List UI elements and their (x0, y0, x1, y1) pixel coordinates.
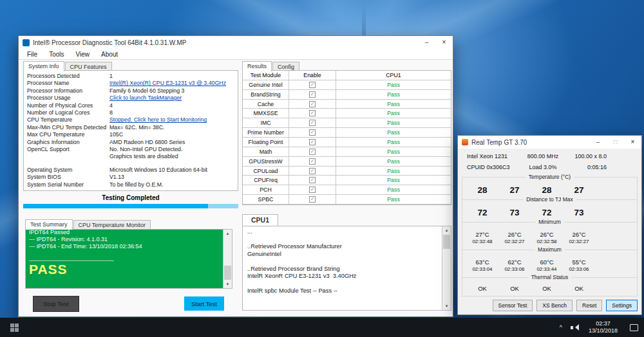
start-button[interactable] (0, 318, 28, 337)
info-label: Number of Logical Cores (27, 109, 109, 116)
enable-checkbox[interactable]: ✓ (309, 196, 316, 203)
info-link[interactable]: Intel(R) Xeon(R) CPU E3-1231 v3 @ 3.40GH… (109, 80, 226, 87)
test-module-name: CPUFreq (243, 176, 289, 185)
system-tray: ^ 02:37 13/10/2018 (555, 318, 644, 337)
system-info-panel: Processors Detected1Processor NameIntel(… (23, 70, 238, 191)
value-cell: 27°C (466, 231, 498, 238)
tab-system-info[interactable]: System Info (23, 61, 64, 71)
close-icon[interactable]: × (435, 36, 453, 49)
menu-view[interactable]: View (70, 51, 95, 58)
settings-button[interactable]: Settings (606, 300, 638, 311)
menu-tools[interactable]: Tools (43, 51, 70, 58)
tab-results[interactable]: Results (242, 61, 272, 71)
result-pass: Pass (336, 138, 451, 147)
results-row: CPULoad✓Pass (243, 167, 451, 176)
ipdt-titlebar[interactable]: Intel® Processor Diagnostic Tool 64Bit 4… (19, 36, 453, 49)
info-link[interactable]: Click to launch TaskManager (109, 95, 182, 102)
value-cell: 72 (466, 208, 498, 217)
result-pass: Pass (336, 185, 451, 195)
taskbar-clock[interactable]: 02:37 13/10/2018 (583, 320, 623, 334)
system-info-row: System Serial NumberTo be filled by O.E.… (27, 181, 236, 188)
value-cell: OK (498, 285, 531, 292)
test-module-name: SPBC (243, 195, 289, 205)
value-cell: 02:33:06 (563, 266, 595, 272)
system-info-row: Operating SystemMicrosoft Windows 10 Edu… (27, 167, 236, 174)
enable-checkbox[interactable]: ✓ (309, 158, 316, 165)
test-module-name: GPUStressW (243, 157, 289, 167)
cpu-load: Load 3.0% (520, 164, 566, 170)
enable-checkbox[interactable]: ✓ (309, 110, 316, 116)
windows-logo-icon (10, 323, 19, 332)
stop-test-button[interactable]: Stop Test (33, 296, 79, 312)
enable-cell: ✓ (289, 118, 336, 128)
system-info-row: CPU TemperatureStopped. Click here to St… (27, 116, 236, 123)
system-info-row: Number of Physical Cores4 (27, 102, 236, 109)
value-cell: 63°C (466, 259, 498, 266)
enable-checkbox[interactable]: ✓ (309, 91, 316, 98)
info-label: Operating System (27, 167, 109, 174)
value-cell: 62°C (498, 259, 531, 266)
results-row: Math✓Pass (243, 147, 451, 157)
minimize-icon[interactable]: – (589, 136, 607, 149)
scrollbar-thumb[interactable] (224, 266, 231, 280)
tab-cpu1[interactable]: CPU1 (242, 214, 278, 226)
value-cell: 02:32:27 (563, 239, 595, 244)
enable-cell: ✓ (289, 109, 336, 118)
menu-file[interactable]: File (21, 51, 43, 58)
console-lines: IPDT64 Passed--- IPDT64 - Revision: 4.1.… (26, 228, 222, 288)
enable-checkbox[interactable]: ✓ (309, 168, 316, 174)
enable-checkbox[interactable]: ✓ (309, 129, 316, 136)
results-row: Cache✓Pass (243, 100, 451, 109)
enable-checkbox[interactable]: ✓ (309, 149, 316, 155)
info-label: Processor Information (27, 87, 109, 95)
group-label: Thermal Status (528, 274, 572, 280)
results-row: Prime Number✓Pass (243, 128, 451, 138)
info-value: Microsoft Windows 10 Education 64-bit (109, 167, 207, 174)
close-icon[interactable]: × (624, 136, 641, 149)
enable-checkbox[interactable]: ✓ (309, 82, 316, 88)
scroll-up-icon[interactable]: ▲ (442, 226, 451, 234)
scroll-down-icon[interactable]: ▼ (223, 280, 232, 288)
start-test-button[interactable]: Start Test (184, 296, 224, 311)
result-pass: Pass (336, 80, 451, 90)
info-link[interactable]: Stopped. Click here to Start Monitoring (109, 116, 207, 123)
minimize-icon[interactable]: – (418, 36, 435, 49)
action-center-button[interactable] (623, 318, 644, 337)
volume-icon[interactable] (570, 323, 580, 332)
info-value: V1.13 (109, 174, 124, 181)
test-module-name: IMC (243, 118, 289, 128)
scroll-down-icon[interactable]: ▼ (442, 302, 451, 310)
tab-test-summary[interactable]: Test Summary (25, 219, 73, 230)
enable-checkbox[interactable]: ✓ (309, 177, 316, 183)
clock-time: 02:37 (589, 320, 618, 327)
console-scrollbar[interactable]: ▲ ▼ (223, 230, 232, 288)
system-info-row: System BIOSV1.13 (27, 174, 236, 181)
sensor-test-button[interactable]: Sensor Test (493, 300, 533, 311)
enable-checkbox[interactable]: ✓ (309, 120, 316, 126)
info-value: 105C (109, 131, 123, 138)
progress-bar-fill (23, 204, 208, 208)
results-row: MMXSSE✓Pass (243, 109, 451, 118)
xs-bench-button[interactable]: XS Bench (536, 300, 573, 311)
reset-button[interactable]: Reset (576, 300, 602, 311)
enable-checkbox[interactable]: ✓ (309, 187, 316, 193)
uptime: 0:05:16 (566, 164, 607, 170)
hidden-icons-chevron-icon[interactable]: ^ (555, 324, 567, 331)
test-module-name: Genuine Intel (243, 80, 289, 90)
info-label: Max CPU Temperature (27, 131, 109, 138)
info-label: Processors Detected (27, 73, 109, 80)
notification-icon (630, 324, 638, 331)
system-info-row: OpenCL SupportNo. Non-Intel GPU Detected… (27, 146, 236, 153)
cpu1-log-scrollbar[interactable]: ▲ ▼ (442, 226, 451, 310)
info-value: AMD Radeon HD 6800 Series (109, 139, 185, 146)
menu-about[interactable]: About (95, 51, 124, 58)
realtemp-window: Real Temp GT 3.70 – □ × Intel Xeon 1231 … (457, 135, 642, 315)
value-cell: 72 (531, 208, 563, 217)
enable-checkbox[interactable]: ✓ (309, 139, 316, 145)
scrollbar-thumb[interactable] (443, 235, 450, 249)
result-pass: Pass (336, 157, 451, 167)
scroll-up-icon[interactable]: ▲ (223, 230, 232, 237)
realtemp-titlebar[interactable]: Real Temp GT 3.70 – □ × (458, 136, 641, 149)
value-cell: 02:32:58 (531, 239, 563, 244)
enable-checkbox[interactable]: ✓ (309, 101, 316, 107)
